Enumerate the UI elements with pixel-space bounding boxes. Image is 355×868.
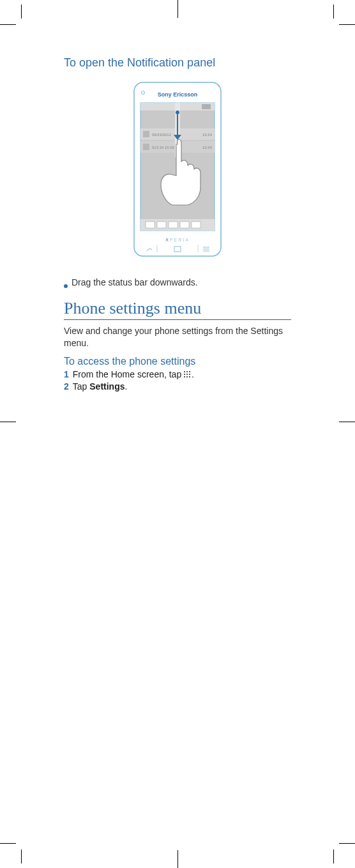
svg-rect-8 <box>143 144 149 150</box>
crop-mark <box>333 4 334 19</box>
notif-text-1: 09/23/2012 <box>152 133 172 137</box>
crop-mark <box>21 4 22 19</box>
notif-text-2: 013 24 15 00 <box>152 146 175 149</box>
bullet-text: Drag the status bar downwards. <box>72 277 198 289</box>
crop-mark <box>339 422 355 422</box>
step-text: From the Home screen, tap . <box>73 369 194 381</box>
step-number: 1 <box>64 369 69 381</box>
svg-rect-13 <box>169 222 178 228</box>
svg-rect-6 <box>143 131 149 137</box>
sub-brand-text: XPERIA <box>165 238 190 242</box>
crop-mark <box>178 0 178 18</box>
crop-mark <box>333 849 334 864</box>
brand-text: Sony Ericsson <box>158 91 198 98</box>
svg-point-23 <box>176 110 179 114</box>
step-2: 2 Tap Settings. <box>64 381 291 393</box>
crop-mark <box>0 422 16 422</box>
step-number: 2 <box>64 381 69 393</box>
heading-open-notification: To open the Notification panel <box>64 56 291 70</box>
crop-mark <box>0 843 16 844</box>
section-intro: View and change your phone settings from… <box>64 325 291 349</box>
crop-mark <box>21 849 22 864</box>
apps-grid-icon <box>184 371 192 377</box>
notif-time-2: 10:45 <box>202 146 213 149</box>
bullet-item: Drag the status bar downwards. <box>64 277 291 289</box>
step-1: 1 From the Home screen, tap . <box>64 369 291 381</box>
crop-mark <box>178 850 178 868</box>
notif-time-1: 13:24 <box>202 133 213 137</box>
svg-rect-4 <box>202 104 211 109</box>
crop-mark <box>339 843 355 844</box>
crop-mark <box>0 24 16 25</box>
svg-rect-15 <box>192 222 200 228</box>
svg-rect-12 <box>157 222 166 228</box>
crop-mark <box>339 24 355 25</box>
step-text: Tap Settings. <box>73 381 128 393</box>
phone-illustration: Sony Ericsson 09/23/2012 13:24 013 24 15… <box>64 77 291 263</box>
bullet-icon <box>64 284 68 288</box>
section-title: Phone settings menu <box>64 299 291 320</box>
svg-rect-14 <box>180 222 189 228</box>
svg-rect-11 <box>146 222 155 228</box>
heading-access-settings: To access the phone settings <box>64 356 291 367</box>
